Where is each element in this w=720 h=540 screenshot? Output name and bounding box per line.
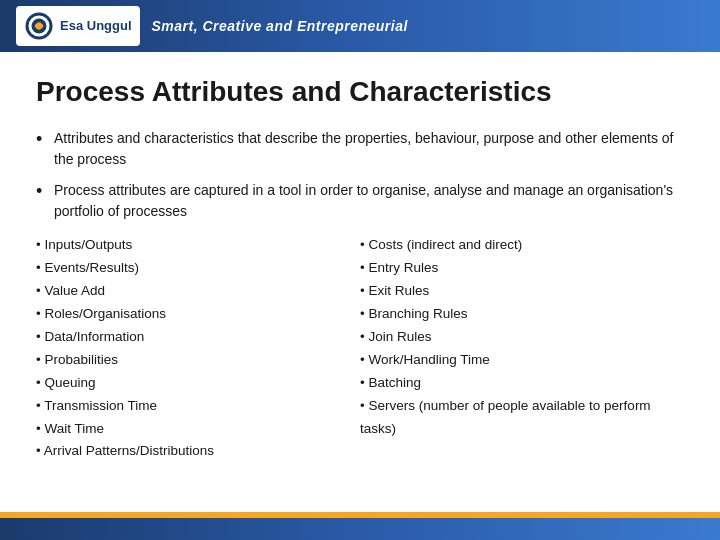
list-item: • Value Add (36, 280, 360, 303)
main-content: Process Attributes and Characteristics •… (0, 52, 720, 479)
list-item: • Exit Rules (360, 280, 684, 303)
list-item: • Work/Handling Time (360, 349, 684, 372)
list-item: • Batching (360, 372, 684, 395)
header: Esa Unggul Smart, Creative and Entrepren… (0, 0, 720, 52)
bullet-text-2: Process attributes are captured in a too… (54, 180, 684, 222)
list-item: • Entry Rules (360, 257, 684, 280)
list-item: • Wait Time (36, 418, 360, 441)
bullet-item-2: • Process attributes are captured in a t… (36, 180, 684, 222)
two-column-list: • Inputs/Outputs• Events/Results)• Value… (36, 234, 684, 463)
page-title: Process Attributes and Characteristics (36, 76, 684, 108)
bullet-dot-1: • (36, 128, 44, 151)
list-item: • Queuing (36, 372, 360, 395)
list-item: • Events/Results) (36, 257, 360, 280)
bullet-section: • Attributes and characteristics that de… (36, 128, 684, 222)
logo-text: Esa Unggul (60, 18, 132, 34)
list-item: • Inputs/Outputs (36, 234, 360, 257)
list-item: • Arrival Patterns/Distributions (36, 440, 360, 463)
list-item: • Data/Information (36, 326, 360, 349)
list-item: • Servers (number of people available to… (360, 395, 684, 441)
list-item: • Branching Rules (360, 303, 684, 326)
list-item: • Costs (indirect and direct) (360, 234, 684, 257)
logo-icon (24, 11, 54, 41)
list-item: • Probabilities (36, 349, 360, 372)
left-column: • Inputs/Outputs• Events/Results)• Value… (36, 234, 360, 463)
bullet-item-1: • Attributes and characteristics that de… (36, 128, 684, 170)
list-item: • Roles/Organisations (36, 303, 360, 326)
bullet-dot-2: • (36, 180, 44, 203)
list-item: • Transmission Time (36, 395, 360, 418)
bullet-text-1: Attributes and characteristics that desc… (54, 128, 684, 170)
header-tagline: Smart, Creative and Entrepreneurial (152, 18, 408, 34)
footer (0, 518, 720, 540)
list-item: • Join Rules (360, 326, 684, 349)
logo-area: Esa Unggul (16, 6, 140, 46)
right-column: • Costs (indirect and direct)• Entry Rul… (360, 234, 684, 463)
